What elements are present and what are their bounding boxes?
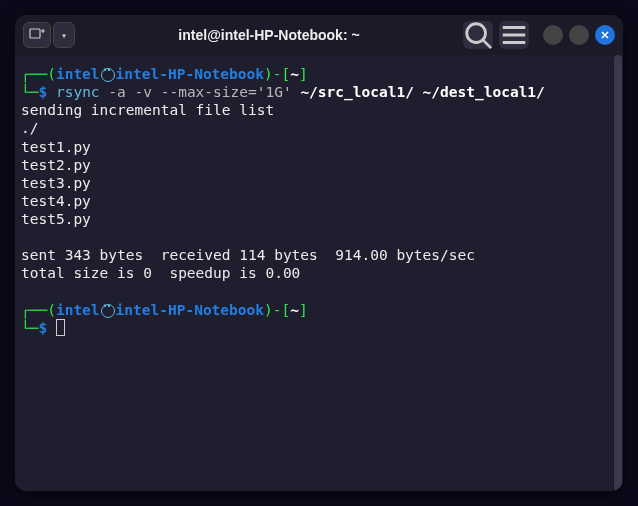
scroll-thumb[interactable] — [614, 55, 622, 491]
right-controls — [463, 21, 615, 49]
prompt-line-1: ┌──(intelintel-HP-Notebook)-[~] — [21, 65, 605, 83]
window-title: intel@intel-HP-Notebook: ~ — [81, 27, 457, 43]
tab-dropdown-button[interactable]: ▾ — [53, 22, 75, 48]
svg-line-4 — [484, 41, 492, 49]
menu-button[interactable] — [499, 21, 529, 49]
maximize-button[interactable] — [569, 25, 589, 45]
search-button[interactable] — [463, 21, 493, 49]
output-line: sending incremental file list — [21, 101, 605, 119]
output-line: ./ — [21, 119, 605, 137]
close-button[interactable] — [595, 25, 615, 45]
output-blank — [21, 228, 605, 246]
output-line: test2.py — [21, 156, 605, 174]
minimize-button[interactable] — [543, 25, 563, 45]
output-line: total size is 0 speedup is 0.00 — [21, 264, 605, 282]
new-tab-button[interactable] — [23, 22, 51, 48]
prompt-line-2: ┌──(intelintel-HP-Notebook)-[~] — [21, 301, 605, 319]
svg-rect-0 — [30, 29, 40, 38]
terminal-area[interactable]: ┌──(intelintel-HP-Notebook)-[~] └─$ rsyn… — [15, 55, 623, 491]
output-blank — [21, 283, 605, 301]
terminal-window: ▾ intel@intel-HP-Notebook: ~ — [15, 15, 623, 491]
cursor — [56, 319, 65, 336]
output-line: test5.py — [21, 210, 605, 228]
output-line: test1.py — [21, 138, 605, 156]
command-line: └─$ rsync -a -v --max-size='1G' ~/src_lo… — [21, 83, 605, 101]
kali-skull-icon — [101, 304, 115, 318]
scrollbar[interactable] — [613, 55, 623, 491]
output-line: test4.py — [21, 192, 605, 210]
output-line: sent 343 bytes received 114 bytes 914.00… — [21, 246, 605, 264]
titlebar: ▾ intel@intel-HP-Notebook: ~ — [15, 15, 623, 55]
left-controls: ▾ — [23, 22, 75, 48]
svg-point-3 — [467, 24, 486, 43]
current-prompt: └─$ — [21, 319, 605, 339]
kali-skull-icon — [101, 68, 115, 82]
output-line: test3.py — [21, 174, 605, 192]
window-controls — [543, 25, 615, 45]
